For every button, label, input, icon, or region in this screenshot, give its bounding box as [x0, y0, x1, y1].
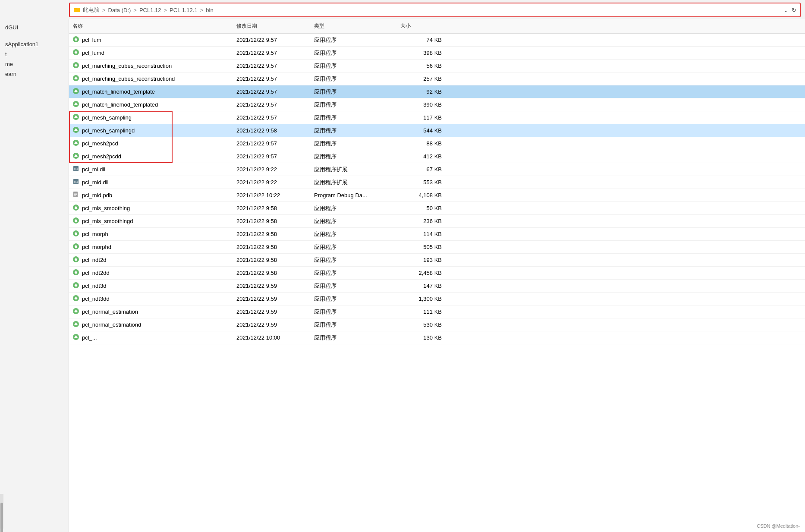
file-name: pcl_match_linemod_template: [82, 88, 155, 95]
table-row[interactable]: pcl_normal_estimation 2021/12/22 9:59 应用…: [69, 305, 805, 318]
sidebar-scrollbar[interactable]: [0, 494, 3, 529]
file-name-cell: pcl_normal_estimationd: [69, 321, 233, 329]
table-row[interactable]: pcl_mesh_sampling 2021/12/22 9:57 应用程序 1…: [69, 111, 805, 124]
sidebar-item-dgui[interactable]: dGUI: [0, 22, 69, 32]
file-name: pcl_normal_estimationd: [82, 321, 141, 328]
table-row[interactable]: pcl_morph 2021/12/22 9:58 应用程序 114 KB: [69, 228, 805, 241]
file-icon: [72, 75, 79, 83]
file-name: pcl_match_linemod_templated: [82, 101, 158, 108]
file-modified: 2021/12/22 9:58: [233, 127, 311, 134]
file-icon: [72, 62, 79, 70]
table-row[interactable]: DLL pcl_ml.dll 2021/12/22 9:22 应用程序扩展 67…: [69, 163, 805, 176]
table-row[interactable]: pcl_ndt2dd 2021/12/22 9:58 应用程序 2,458 KB: [69, 267, 805, 280]
table-row[interactable]: pcl_mesh2pcd 2021/12/22 9:57 应用程序 88 KB: [69, 137, 805, 150]
watermark: CSDN @Meditation-: [757, 523, 800, 529]
file-modified: 2021/12/22 9:57: [233, 101, 311, 108]
file-size: 193 KB: [397, 257, 449, 263]
sidebar-item-t[interactable]: t: [0, 49, 69, 59]
col-header-type[interactable]: 类型: [311, 21, 397, 31]
breadcrumb: 此电脑 > Data (D:) > PCL1.12 > PCL 1.12.1 >…: [83, 6, 214, 14]
dropdown-icon[interactable]: ⌄: [783, 7, 788, 13]
file-icon: [72, 49, 79, 57]
sidebar-item-application1[interactable]: sApplication1: [0, 39, 69, 49]
file-name: pcl_normal_estimation: [82, 308, 138, 315]
breadcrumb-part-4[interactable]: bin: [206, 7, 213, 13]
file-icon: [72, 308, 79, 316]
sidebar-scrollbar-thumb[interactable]: [0, 503, 3, 532]
breadcrumb-part-3[interactable]: PCL 1.12.1: [170, 7, 198, 13]
svg-rect-69: [75, 324, 77, 325]
col-header-size[interactable]: 大小: [397, 21, 449, 31]
file-name: pcl_mld.dll: [82, 179, 108, 186]
file-modified: 2021/12/22 9:59: [233, 296, 311, 302]
file-name-cell: pcl_mls_smoothingd: [69, 217, 233, 225]
col-header-name[interactable]: 名称: [69, 21, 233, 31]
table-row[interactable]: pcl_marching_cubes_reconstruction 2021/1…: [69, 60, 805, 72]
file-name-cell: pcl_mls_smoothing: [69, 204, 233, 212]
table-row[interactable]: pcl_mesh2pcdd 2021/12/22 9:57 应用程序 412 K…: [69, 150, 805, 163]
file-icon: [72, 295, 79, 303]
table-row[interactable]: pcl_ndt2d 2021/12/22 9:58 应用程序 193 KB: [69, 254, 805, 267]
table-row[interactable]: pcl_... 2021/12/22 10:00 应用程序 130 KB: [69, 331, 805, 344]
col-header-modified[interactable]: 修改日期: [233, 21, 311, 31]
svg-rect-16: [75, 91, 77, 92]
table-row[interactable]: pcl_marching_cubes_reconstructiond 2021/…: [69, 72, 805, 85]
table-row[interactable]: pcl_mls_smoothing 2021/12/22 9:58 应用程序 5…: [69, 202, 805, 215]
file-size: 4,108 KB: [397, 192, 449, 198]
file-name-cell: pcl_match_linemod_templated: [69, 101, 233, 109]
file-icon: [72, 36, 79, 44]
file-type: Program Debug Da...: [311, 192, 397, 198]
table-row[interactable]: pcl_match_linemod_templated 2021/12/22 9…: [69, 98, 805, 111]
file-modified: 2021/12/22 9:57: [233, 88, 311, 95]
file-name: pcl_lum: [82, 37, 101, 43]
refresh-icon[interactable]: ↻: [792, 7, 796, 13]
file-name-cell: pcl_mesh2pcdd: [69, 152, 233, 161]
table-row[interactable]: pcl_lum 2021/12/22 9:57 应用程序 74 KB: [69, 34, 805, 47]
sidebar-item-blank2[interactable]: [0, 36, 69, 39]
file-icon: [72, 217, 79, 225]
table-row[interactable]: pcl_mld.pdb 2021/12/22 10:22 Program Deb…: [69, 189, 805, 202]
table-row[interactable]: pcl_mls_smoothingd 2021/12/22 9:58 应用程序 …: [69, 215, 805, 228]
table-row[interactable]: pcl_ndt3dd 2021/12/22 9:59 应用程序 1,300 KB: [69, 293, 805, 305]
file-size: 117 KB: [397, 114, 449, 121]
sidebar-item-earn[interactable]: earn: [0, 69, 69, 79]
table-row[interactable]: pcl_lumd 2021/12/22 9:57 应用程序 398 KB: [69, 47, 805, 60]
file-type: 应用程序: [311, 217, 397, 225]
file-name: pcl_mld.pdb: [82, 192, 112, 198]
file-icon: [72, 230, 79, 238]
table-row[interactable]: pcl_normal_estimationd 2021/12/22 9:59 应…: [69, 318, 805, 331]
file-size: 544 KB: [397, 127, 449, 134]
file-type: 应用程序: [311, 256, 397, 264]
file-name-cell: pcl_match_linemod_template: [69, 88, 233, 96]
svg-rect-19: [75, 104, 77, 105]
file-modified: 2021/12/22 9:57: [233, 76, 311, 82]
sidebar-item-me[interactable]: me: [0, 59, 69, 69]
sidebar-item-blank1[interactable]: [0, 32, 69, 36]
file-name-cell: DLL pcl_ml.dll: [69, 165, 233, 173]
file-size: 236 KB: [397, 218, 449, 224]
file-name: pcl_ndt2d: [82, 257, 106, 263]
file-name: pcl_mesh_samplingd: [82, 127, 135, 134]
breadcrumb-part-1[interactable]: Data (D:): [108, 7, 131, 13]
breadcrumb-part-0[interactable]: 此电脑: [83, 6, 100, 14]
table-row[interactable]: pcl_match_linemod_template 2021/12/22 9:…: [69, 85, 805, 98]
file-name-cell: pcl_morphd: [69, 243, 233, 251]
file-name: pcl_marching_cubes_reconstructiond: [82, 76, 175, 82]
svg-rect-28: [75, 143, 77, 144]
file-modified: 2021/12/22 10:00: [233, 334, 311, 341]
file-size: 111 KB: [397, 308, 449, 315]
address-bar[interactable]: 此电脑 > Data (D:) > PCL1.12 > PCL 1.12.1 >…: [69, 3, 801, 17]
file-size: 92 KB: [397, 88, 449, 95]
file-type: 应用程序: [311, 75, 397, 83]
table-row[interactable]: pcl_mesh_samplingd 2021/12/22 9:58 应用程序 …: [69, 124, 805, 137]
file-size: 56 KB: [397, 63, 449, 69]
svg-rect-63: [75, 299, 77, 299]
breadcrumb-part-2[interactable]: PCL1.12: [139, 7, 161, 13]
svg-rect-72: [75, 337, 77, 338]
file-size: 130 KB: [397, 334, 449, 341]
table-row[interactable]: pcl_ndt3d 2021/12/22 9:59 应用程序 147 KB: [69, 280, 805, 293]
file-name-cell: pcl_ndt2d: [69, 256, 233, 264]
file-size: 74 KB: [397, 37, 449, 43]
table-row[interactable]: DLL pcl_mld.dll 2021/12/22 9:22 应用程序扩展 5…: [69, 176, 805, 189]
table-row[interactable]: pcl_morphd 2021/12/22 9:58 应用程序 505 KB: [69, 241, 805, 254]
